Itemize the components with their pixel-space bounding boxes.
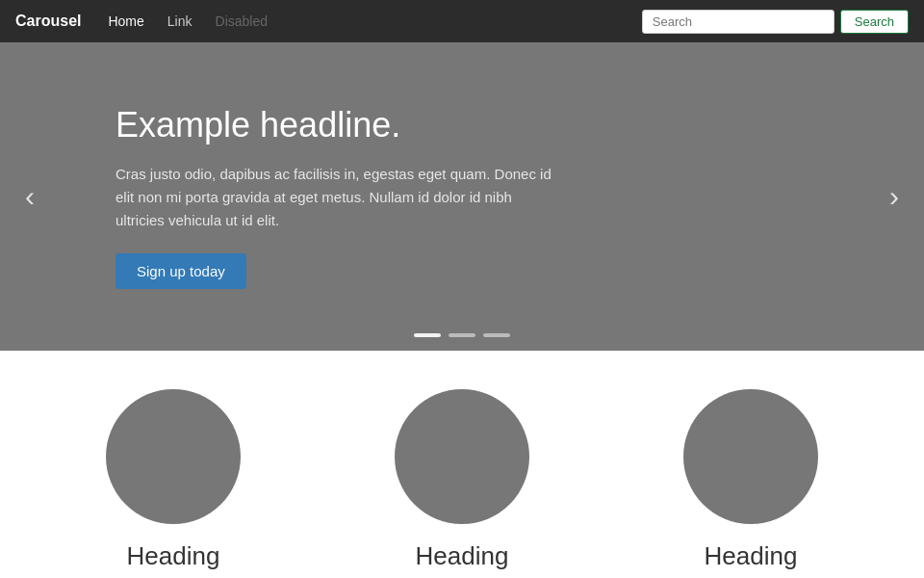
carousel: ‹ Example headline. Cras justo odio, dap… bbox=[0, 42, 924, 351]
carousel-signup-button[interactable]: Sign up today bbox=[116, 253, 246, 289]
carousel-text: Cras justo odio, dapibus ac facilisis in… bbox=[116, 163, 558, 232]
col-heading-3: Heading bbox=[626, 541, 876, 571]
col-circle-1 bbox=[106, 389, 241, 524]
navbar: Carousel Home Link Disabled Search bbox=[0, 0, 924, 42]
carousel-prev-button[interactable]: ‹ bbox=[10, 171, 50, 223]
col-circle-3 bbox=[683, 389, 818, 524]
nav-link-home[interactable]: Home bbox=[100, 10, 151, 33]
carousel-indicator-2[interactable] bbox=[483, 333, 510, 337]
navbar-search: Search bbox=[642, 10, 909, 34]
nav-link-disabled: Disabled bbox=[208, 10, 275, 33]
carousel-indicator-1[interactable] bbox=[449, 333, 475, 337]
col-heading-1: Heading bbox=[48, 541, 298, 571]
nav-links: Home Link Disabled bbox=[100, 10, 641, 33]
carousel-next-button[interactable]: › bbox=[874, 171, 914, 223]
carousel-indicators bbox=[414, 333, 510, 337]
col-circle-2 bbox=[395, 389, 529, 524]
col-heading-2: Heading bbox=[337, 541, 587, 571]
nav-link-link[interactable]: Link bbox=[160, 10, 200, 33]
carousel-content: Example headline. Cras justo odio, dapib… bbox=[0, 105, 674, 289]
search-button[interactable]: Search bbox=[840, 10, 909, 34]
content-col-1: Heading Donec sed odio dui. Etiam porta … bbox=[48, 389, 298, 578]
carousel-indicator-0[interactable] bbox=[414, 333, 441, 337]
content-section: Heading Donec sed odio dui. Etiam porta … bbox=[0, 351, 924, 578]
search-input[interactable] bbox=[642, 10, 834, 34]
content-col-2: Heading Duis mollis, est non commodo luc… bbox=[337, 389, 587, 578]
navbar-brand[interactable]: Carousel bbox=[15, 13, 81, 30]
carousel-headline: Example headline. bbox=[116, 105, 558, 145]
content-col-3: Heading Donec sed odio dui. Cras justo o… bbox=[626, 389, 876, 578]
